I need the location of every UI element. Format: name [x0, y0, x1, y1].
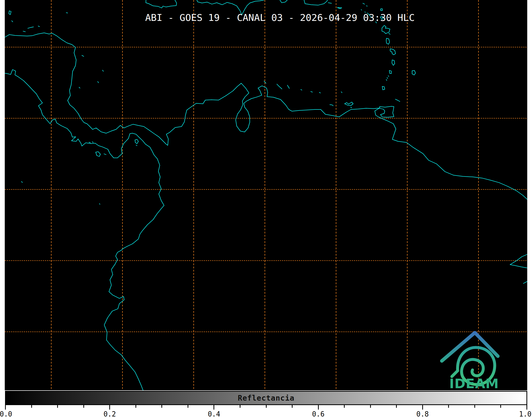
colorbar-tick-label: 0.6 — [312, 410, 325, 417]
image-title: ABI - GOES 19 - CANAL 03 - 2026-04-29 03… — [145, 12, 415, 23]
colorbar-tick — [474, 405, 475, 408]
colorbar-tick — [109, 405, 110, 410]
colorbar-tick-label: 0.4 — [208, 410, 220, 417]
colorbar-tick — [135, 405, 136, 408]
colorbar-tick-label: 0.0 — [0, 410, 12, 417]
logo-wordmark: IDEAM — [449, 376, 499, 391]
colorbar-tick — [57, 405, 58, 408]
logo-mountain-icon — [442, 333, 498, 361]
colorbar-tick-label: 1.0 — [519, 410, 531, 417]
colorbar-tick — [266, 405, 267, 408]
colorbar-tick — [5, 405, 6, 410]
colorbar-tick — [213, 405, 214, 410]
colorbar-tick-label: 0.8 — [416, 410, 429, 417]
colorbar-tick — [370, 405, 371, 408]
colorbar-tick-label: 0.2 — [103, 410, 116, 417]
colorbar-tick — [83, 405, 84, 408]
colorbar-tick — [448, 405, 449, 408]
colorbar-tick — [161, 405, 162, 408]
colorbar-tick — [318, 405, 319, 410]
colorbar-tick — [188, 405, 188, 408]
colorbar-label: Reflectancia — [238, 394, 294, 402]
colorbar-tick — [31, 405, 32, 408]
coastline-st-barthelemy — [366, 6, 367, 6]
coastline-swan-islands — [66, 13, 67, 13]
ideam-logo: IDEAM — [438, 331, 502, 391]
colorbar-tick — [500, 405, 501, 408]
colorbar-tick — [526, 405, 527, 410]
colorbar-tick — [240, 405, 240, 408]
reflectance-colorbar: Reflectancia — [5, 391, 527, 405]
satellite-image-figure: ABI - GOES 19 - CANAL 03 - 2026-04-29 03… — [0, 0, 532, 417]
coastline-belize-coast — [1, 0, 2, 21]
colorbar-tick — [422, 405, 423, 410]
colorbar-tick — [344, 405, 345, 408]
colorbar-tick — [396, 405, 397, 408]
colorbar-tick — [292, 405, 293, 408]
